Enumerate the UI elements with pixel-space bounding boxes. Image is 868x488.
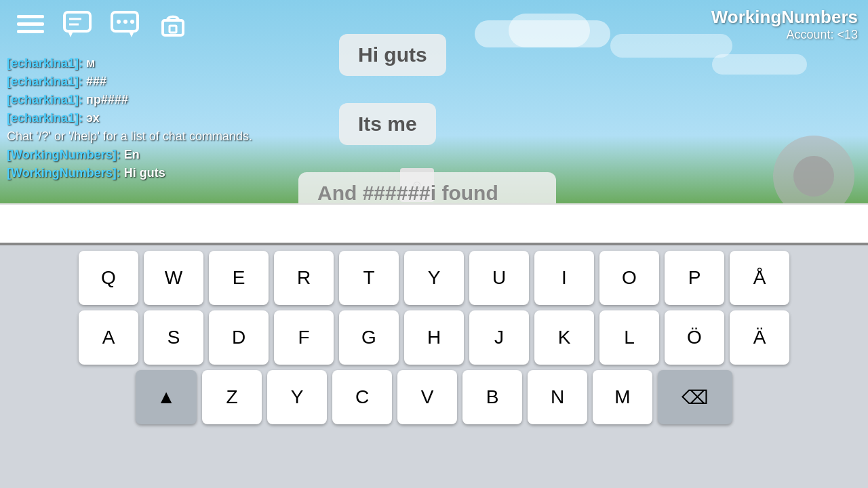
svg-point-5	[117, 20, 121, 24]
key-T[interactable]: T	[339, 251, 399, 305]
separator	[0, 243, 868, 245]
key-F[interactable]: F	[274, 310, 334, 365]
chat-username-2: [echarkina1]:	[7, 75, 83, 88]
svg-rect-0	[64, 12, 90, 31]
chat-text-input[interactable]	[14, 207, 854, 241]
chat-msg-1: м	[86, 56, 95, 70]
key-S[interactable]: S	[144, 310, 203, 365]
key-W[interactable]: W	[144, 251, 203, 305]
key-Z[interactable]: Z	[202, 370, 262, 424]
keyboard-row-3: ▲ Z Y C V B N M ⌫	[3, 370, 865, 424]
chat-username-3: [echarkina1]:	[7, 93, 83, 106]
key-U[interactable]: U	[469, 251, 529, 305]
key-P[interactable]: P	[665, 251, 724, 305]
key-C[interactable]: C	[332, 370, 392, 424]
key-K[interactable]: K	[534, 310, 594, 365]
key-H[interactable]: H	[404, 310, 464, 365]
key-V[interactable]: V	[397, 370, 457, 424]
chat-input-area	[0, 203, 868, 244]
chat-msg-2: ###	[86, 75, 106, 88]
key-N[interactable]: N	[528, 370, 587, 424]
account-number-label: Account: <13	[711, 28, 858, 42]
key-L[interactable]: L	[599, 310, 659, 365]
chat-username-4: [echarkina1]:	[7, 111, 83, 125]
chat-msg-4: эх	[86, 111, 100, 125]
svg-marker-3	[68, 31, 73, 37]
key-OE[interactable]: Ö	[665, 310, 724, 365]
account-info: WorkingNumbers Account: <13	[711, 7, 858, 42]
speech-bubbles-area: Hi guts Its me And ######i found	[298, 34, 556, 228]
key-Y[interactable]: Y	[404, 251, 464, 305]
key-O[interactable]: O	[599, 251, 659, 305]
shop-icon	[156, 7, 190, 41]
key-J[interactable]: J	[469, 310, 529, 365]
hamburger-menu-button[interactable]	[10, 3, 51, 44]
svg-rect-10	[170, 26, 176, 33]
keyboard-row-1: Q W E R T Y U I O P Å	[3, 251, 865, 305]
key-B[interactable]: B	[462, 370, 522, 424]
chat-icon-button[interactable]	[58, 3, 98, 44]
system-msg-text: Chat '/?' or '/help' for a list of chat …	[7, 129, 252, 143]
backspace-key[interactable]: ⌫	[658, 370, 732, 424]
key-Q[interactable]: Q	[79, 251, 138, 305]
svg-point-6	[123, 20, 127, 24]
key-M[interactable]: M	[593, 370, 652, 424]
key-G[interactable]: G	[339, 310, 399, 365]
svg-point-7	[130, 20, 134, 24]
shift-key[interactable]: ▲	[136, 370, 197, 424]
chat-username-6: [WorkingNumbers]:	[7, 166, 121, 180]
hamburger-icon	[17, 15, 44, 33]
key-AE[interactable]: Ä	[730, 310, 789, 365]
speech-bubble-1: Hi guts	[339, 34, 446, 76]
shop-icon-button[interactable]	[153, 3, 193, 44]
key-R[interactable]: R	[274, 251, 334, 305]
chat-msg-3: пр####	[86, 93, 128, 106]
key-E[interactable]: E	[209, 251, 269, 305]
joystick-knob	[793, 156, 834, 197]
key-Y2[interactable]: Y	[267, 370, 327, 424]
chat-msg-5: En	[124, 148, 140, 161]
chat-username-1: [echarkina1]:	[7, 56, 83, 70]
username-label: WorkingNumbers	[711, 7, 858, 28]
chat-username-5: [WorkingNumbers]:	[7, 148, 121, 161]
key-D[interactable]: D	[209, 310, 269, 365]
speech-bubble-icon-button[interactable]	[105, 3, 146, 44]
speech-bubble-2: Its me	[339, 103, 436, 145]
key-A[interactable]: A	[79, 310, 138, 365]
speech-icon	[108, 7, 142, 41]
chat1-icon	[61, 7, 95, 41]
key-AA[interactable]: Å	[730, 251, 789, 305]
svg-marker-8	[129, 31, 134, 37]
key-I[interactable]: I	[534, 251, 594, 305]
keyboard: Q W E R T Y U I O P Å A S D F G H J K L …	[0, 245, 868, 488]
chat-msg-6: Hi guts	[124, 166, 165, 180]
keyboard-row-2: A S D F G H J K L Ö Ä	[3, 310, 865, 365]
